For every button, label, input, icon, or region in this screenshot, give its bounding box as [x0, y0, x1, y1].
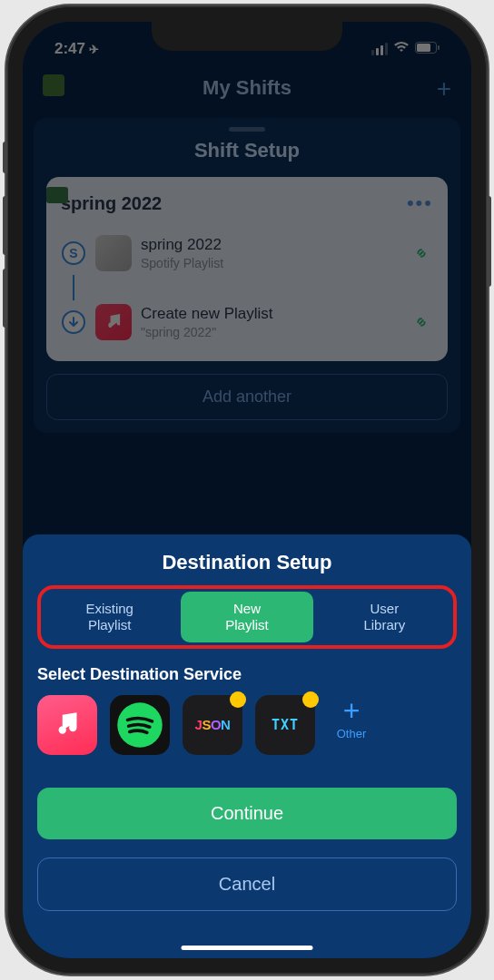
home-indicator[interactable]: [182, 946, 313, 950]
cancel-button[interactable]: Cancel: [37, 858, 457, 911]
phone-frame: 2:47 ✈ My Shifts: [6, 5, 488, 975]
spotify-icon: [115, 701, 164, 750]
segment-new-playlist[interactable]: New Playlist: [181, 592, 312, 642]
continue-button[interactable]: Continue: [37, 788, 457, 839]
service-other[interactable]: + Other: [328, 695, 375, 740]
service-spotify[interactable]: [110, 695, 170, 755]
playlist-type-segment: Existing Playlist New Playlist User Libr…: [44, 592, 450, 642]
service-apple-music[interactable]: [37, 695, 97, 755]
mute-switch: [3, 142, 7, 173]
screen: 2:47 ✈ My Shifts: [23, 22, 471, 958]
txt-icon: TXT: [272, 717, 299, 733]
premium-badge-icon: [230, 691, 246, 708]
json-icon: JSON: [195, 717, 231, 733]
select-service-label: Select Destination Service: [37, 665, 457, 684]
segment-user-library[interactable]: User Library: [319, 592, 450, 642]
volume-up-button: [3, 196, 7, 255]
service-json[interactable]: JSON: [183, 695, 242, 755]
service-txt[interactable]: TXT: [255, 695, 315, 755]
segment-existing-playlist[interactable]: Existing Playlist: [44, 592, 175, 642]
volume-down-button: [3, 269, 7, 328]
notch: [152, 22, 342, 51]
power-button: [487, 196, 491, 287]
destination-setup-title: Destination Setup: [37, 551, 457, 574]
service-row: JSON TXT + Other: [37, 695, 457, 755]
plus-icon: +: [328, 695, 375, 727]
premium-badge-icon: [302, 691, 319, 708]
segment-highlight: Existing Playlist New Playlist User Libr…: [37, 585, 457, 649]
music-note-icon: [51, 709, 84, 741]
other-label: Other: [328, 727, 375, 740]
destination-setup-sheet: Destination Setup Existing Playlist New …: [23, 534, 471, 958]
